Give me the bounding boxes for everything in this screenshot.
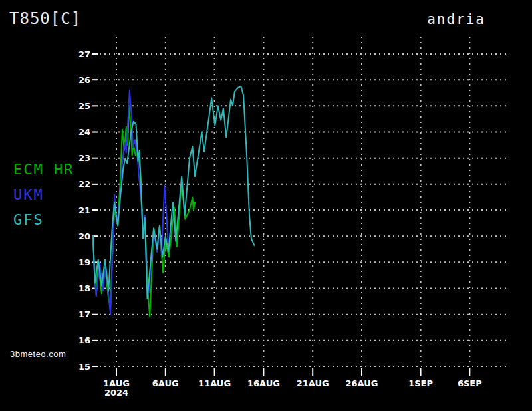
x-tick-label: 1AUG xyxy=(103,378,130,388)
location-name: andria xyxy=(427,11,485,27)
legend-item-gfs: GFS xyxy=(13,211,44,228)
y-tick-label: 20 xyxy=(78,231,90,241)
chart-title: T850[C] xyxy=(9,9,81,28)
y-axis-labels: 15161718192021222324252627 xyxy=(78,49,90,372)
x-tick-label: 1SEP xyxy=(408,378,433,388)
series-line-gfs xyxy=(93,86,254,299)
y-tick-label: 24 xyxy=(78,127,90,137)
y-tick-label: 19 xyxy=(78,257,90,267)
y-tick-label: 15 xyxy=(78,362,90,372)
x-tick-label: 26AUG xyxy=(346,378,378,388)
x-tick-label: 16AUG xyxy=(247,378,280,388)
y-tick-label: 26 xyxy=(78,75,90,85)
x-tick-label: 6AUG xyxy=(152,378,179,388)
y-tick-label: 25 xyxy=(78,101,90,111)
legend-item-ecm-hr: ECM HR xyxy=(13,161,74,178)
x-tick-sublabel: 2024 xyxy=(104,388,128,398)
y-tick-label: 22 xyxy=(78,179,90,189)
y-tick-label: 17 xyxy=(78,309,90,319)
y-tick-label: 18 xyxy=(78,283,90,293)
meteogram-window: 151617181920212223242526271AUG20246AUG11… xyxy=(0,0,532,411)
legend-item-ukm: UKM xyxy=(13,186,44,203)
x-axis-labels: 1AUG20246AUG11AUG16AUG21AUG26AUG1SEP6SEP xyxy=(103,378,482,398)
y-tick-label: 21 xyxy=(78,206,90,215)
meteogram-chart: 151617181920212223242526271AUG20246AUG11… xyxy=(0,0,532,411)
x-tick-label: 21AUG xyxy=(297,378,329,388)
y-tick-label: 27 xyxy=(78,49,90,59)
x-tick-label: 11AUG xyxy=(198,378,231,388)
axis-ticks xyxy=(92,54,469,376)
watermark-3bmeteo: 3bmeteo.com xyxy=(10,349,66,359)
y-tick-label: 16 xyxy=(78,335,90,345)
grid-lines xyxy=(100,37,507,366)
y-tick-label: 23 xyxy=(78,153,90,163)
x-tick-label: 6SEP xyxy=(458,378,482,388)
